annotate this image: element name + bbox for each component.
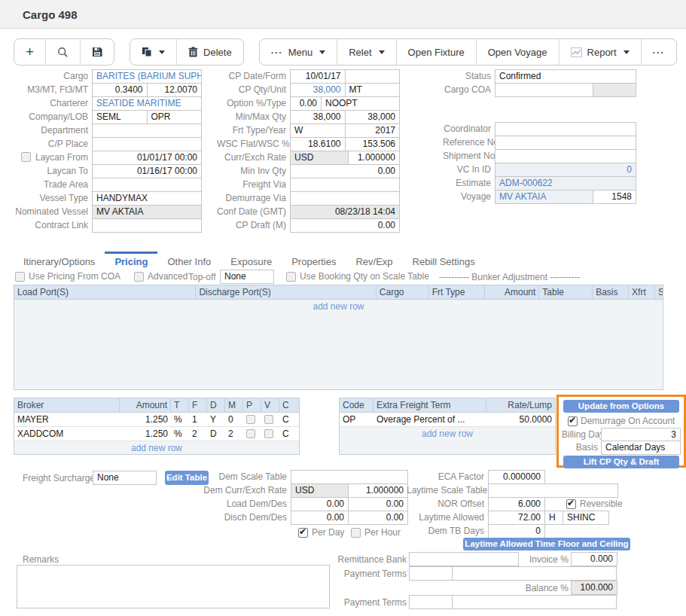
pricing-add-new-row-link[interactable]: add new row: [14, 300, 663, 314]
col-c[interactable]: C: [279, 398, 299, 412]
tab-exposure[interactable]: Exposure: [221, 252, 282, 267]
cargo-coa-field[interactable]: [495, 83, 593, 97]
disch-des-field[interactable]: 0.00: [348, 511, 408, 525]
dem-exch-rate-field[interactable]: 1.000000: [348, 483, 408, 498]
laytime-allowed-field[interactable]: 72.00: [488, 511, 545, 525]
edit-table-button[interactable]: Edit Table: [165, 471, 209, 485]
vessel-type-field[interactable]: HANDYMAX: [92, 191, 202, 206]
col-broker[interactable]: Broker: [14, 398, 120, 412]
shipment-no-field[interactable]: [495, 149, 636, 163]
col-rate-lump[interactable]: Rate/Lump: [486, 398, 555, 412]
freight-surcharge-select[interactable]: None: [93, 471, 157, 485]
charterer-field[interactable]: SEATIDE MARITIME: [92, 96, 202, 111]
col-f[interactable]: F: [189, 398, 207, 412]
tab-rebill-settings[interactable]: Rebill Settings: [403, 252, 485, 267]
cp-unit-field[interactable]: MT: [345, 83, 401, 97]
payment-terms-code-field[interactable]: [409, 566, 453, 581]
cargo-field[interactable]: BARITES (BARIUM SUPHA: [92, 69, 202, 84]
dem-scale-table-field[interactable]: [291, 470, 408, 484]
min-inv-qty-field[interactable]: 0.00: [290, 164, 400, 178]
option-type-field[interactable]: NOOPT: [321, 96, 400, 111]
cp-form-field[interactable]: [345, 69, 401, 84]
broker-row[interactable]: XADDCOM 1.250 % 2 D 2 C: [14, 427, 299, 441]
report-button[interactable]: Report: [559, 39, 642, 65]
cp-draft-field[interactable]: 0.00: [290, 218, 400, 233]
tab-properties[interactable]: Properties: [282, 252, 346, 267]
demurrage-on-account-checkbox[interactable]: [568, 416, 578, 426]
advanced-option[interactable]: Advanced: [134, 271, 188, 282]
estimate-field[interactable]: ADM-000622: [495, 176, 636, 191]
delete-button[interactable]: Delete: [177, 39, 243, 65]
remarks-textarea[interactable]: [17, 565, 330, 608]
use-pricing-from-coa[interactable]: Use Pricing From COA: [15, 271, 120, 282]
col-xfrt[interactable]: Xfrt: [629, 285, 655, 299]
voyage-no-field[interactable]: 1548: [593, 190, 636, 204]
invoice-pct-field[interactable]: 0.000: [571, 552, 617, 566]
tab-rev-exp[interactable]: Rev/Exp: [346, 252, 402, 267]
update-from-options-button[interactable]: Update from Options: [563, 400, 679, 413]
broker-f-cell[interactable]: 2: [189, 427, 207, 441]
broker-amount-cell[interactable]: 1.250: [120, 413, 171, 426]
col-basis[interactable]: Basis: [593, 285, 629, 299]
laycan-to-field[interactable]: 01/16/17 00:00: [92, 164, 202, 178]
coordinator-field[interactable]: [495, 122, 636, 136]
eft-code-cell[interactable]: OP: [340, 413, 373, 426]
broker-v-checkbox[interactable]: [264, 429, 273, 438]
exch-rate-field[interactable]: 1.000000: [348, 151, 400, 165]
department-field[interactable]: [92, 124, 202, 138]
extra-freight-add-new-row-link[interactable]: add new row: [340, 427, 555, 441]
laytime-terms-field[interactable]: SHINC: [563, 511, 609, 525]
relet-button[interactable]: Relet: [337, 39, 396, 65]
cp-qty-field[interactable]: 38,000: [290, 83, 346, 97]
reference-no-field[interactable]: [495, 136, 636, 150]
broker-amount-cell[interactable]: 1.250: [120, 427, 171, 441]
broker-d-cell[interactable]: Y: [207, 413, 225, 426]
tab-pricing[interactable]: Pricing: [105, 252, 157, 267]
demurrage-via-field[interactable]: [290, 191, 400, 206]
topoff-select[interactable]: None: [220, 270, 274, 284]
laytime-scale-table-field[interactable]: [488, 483, 618, 498]
extra-freight-row[interactable]: OP Overage Percent of ... 50.0000: [340, 413, 555, 427]
m3mt-field[interactable]: 0.3400: [92, 83, 148, 97]
broker-name-cell[interactable]: XADDCOM: [14, 427, 120, 441]
broker-t-cell[interactable]: %: [171, 427, 189, 441]
col-table[interactable]: Table: [539, 285, 593, 299]
eft-term-cell[interactable]: Overage Percent of ...: [373, 413, 486, 426]
broker-name-cell[interactable]: MAYER: [14, 413, 120, 426]
company-field[interactable]: SEML: [92, 110, 148, 124]
col-amount[interactable]: Amount: [485, 285, 539, 299]
col-s[interactable]: S: [655, 285, 663, 299]
new-button[interactable]: +: [14, 39, 46, 65]
frt-year-field[interactable]: 2017: [345, 124, 401, 138]
freight-via-field[interactable]: [290, 178, 400, 192]
broker-add-new-row-link[interactable]: add new row: [14, 441, 299, 456]
remittance-bank-field[interactable]: [409, 552, 519, 566]
col-v[interactable]: V: [261, 398, 279, 412]
col-frt-type[interactable]: Frt Type: [429, 285, 486, 299]
col-m[interactable]: M: [225, 398, 243, 412]
tab-itinerary-options[interactable]: Itinerary/Options: [14, 252, 105, 267]
col-discharge-port[interactable]: Discharge Port(S): [196, 285, 376, 299]
broker-m-cell[interactable]: 0: [225, 413, 243, 426]
voyage-vessel-field[interactable]: MV AKTAIA: [495, 190, 593, 204]
eca-factor-field[interactable]: 0.000000: [488, 470, 545, 484]
per-day-option[interactable]: Per Day: [298, 527, 344, 538]
broker-v-checkbox[interactable]: [264, 415, 273, 424]
broker-p-checkbox[interactable]: [246, 415, 255, 424]
option-pct-field[interactable]: 0.00: [290, 96, 322, 111]
col-cargo[interactable]: Cargo: [377, 285, 429, 299]
advanced-checkbox[interactable]: [134, 272, 144, 282]
broker-c-cell[interactable]: C: [279, 413, 299, 426]
wsc-flat-field[interactable]: 18.6100: [290, 137, 346, 151]
col-broker-amount[interactable]: Amount: [120, 398, 171, 412]
laycan-checkbox[interactable]: [21, 152, 31, 162]
payment-terms2-code-field[interactable]: [409, 595, 453, 609]
cp-date-field[interactable]: 10/01/17: [290, 69, 346, 84]
max-qty-field[interactable]: 38,000: [345, 110, 401, 124]
load-dem-field[interactable]: 0.00: [291, 497, 349, 511]
basis-field[interactable]: Calendar Days: [601, 441, 681, 455]
copy-button[interactable]: [130, 39, 177, 65]
contract-link-field[interactable]: [92, 218, 202, 233]
tab-other-info[interactable]: Other Info: [157, 252, 221, 267]
disch-dem-field[interactable]: 0.00: [291, 511, 349, 525]
